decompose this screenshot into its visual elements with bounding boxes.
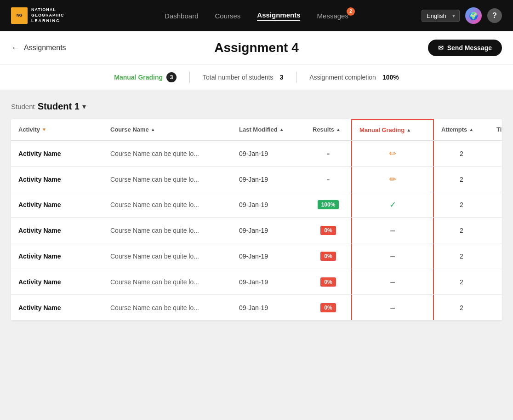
td-activity: Activity Name [11,218,103,243]
td-last-modified: 09-Jan-19 [232,192,305,217]
nav-courses[interactable]: Courses [215,12,240,20]
result-badge-green: 100% [318,200,339,209]
td-attempts: 2 [434,269,489,294]
logo: NG NATIONALGEOGRAPHICLEARNING [11,7,64,24]
envelope-icon: ✉ [438,44,444,52]
td-activity: Activity Name [11,192,103,217]
main-content: Student Student 1 ▾ Activity ▼ Course Na… [0,90,513,420]
total-students-stat: Total number of students 3 [190,74,296,81]
table-row: Activity Name Course Name can be quite l… [11,192,502,218]
td-attempts: 2 [434,243,489,269]
student-name: Student 1 [38,101,80,112]
result-badge-red: 0% [320,277,336,287]
logo-text: NATIONALGEOGRAPHICLEARNING [31,7,64,23]
manual-grading-stat[interactable]: Manual Grading 3 [101,72,189,82]
table-body: Activity Name Course Name can be quite l… [11,141,502,321]
td-course: Course Name can be quite lo... [103,167,232,192]
total-students-label: Total number of students [203,74,273,81]
td-attempts: 2 [434,218,489,243]
manual-dash: – [390,276,395,287]
student-prefix: Student [11,103,35,110]
table-row: Activity Name Course Name can be quite l… [11,243,502,269]
td-results: - [305,141,351,166]
result-badge-red: 0% [320,303,336,312]
sort-asc-icon: ▲ [279,127,284,132]
td-last-modified: 09-Jan-19 [232,295,305,320]
top-nav: NG NATIONALGEOGRAPHICLEARNING Dashboard … [0,0,513,31]
td-course: Course Name can be quite lo... [103,243,232,269]
student-selector: Student Student 1 ▾ [11,101,502,112]
td-time-spent: 1h 12m [489,295,502,320]
td-time-spent: 1h 12m [489,243,502,269]
result-dash: - [327,174,330,184]
manual-grading-badge: 3 [166,72,177,82]
td-attempts: 2 [434,192,489,217]
td-manual-grading: ✏ [351,141,434,166]
messages-badge: 2 [347,7,355,16]
td-manual-grading: ✏ [351,167,434,192]
td-time-spent: 1h 12m [489,192,502,217]
th-last-modified[interactable]: Last Modified ▲ [232,119,305,140]
table-row: Activity Name Course Name can be quite l… [11,269,502,295]
result-dash: - [327,148,330,159]
td-course: Course Name can be quite lo... [103,141,232,166]
td-course: Course Name can be quite lo... [103,218,232,243]
td-results: 0% [305,243,351,269]
td-results: - [305,167,351,192]
nav-messages[interactable]: Messages 2 [317,12,348,20]
stats-bar: Manual Grading 3 Total number of student… [0,64,513,90]
table-row: Activity Name Course Name can be quite l… [11,295,502,321]
td-attempts: 2 [434,167,489,192]
td-course: Course Name can be quite lo... [103,295,232,320]
manual-dash: – [390,251,395,261]
avatar[interactable]: 🌍 [465,7,482,24]
completion-value: 100% [382,74,399,81]
td-activity: Activity Name [11,243,103,269]
table-header: Activity ▼ Course Name ▲ Last Modified ▲… [11,119,502,141]
result-badge-red: 0% [320,252,336,261]
help-button[interactable]: ? [487,8,502,23]
send-message-button[interactable]: ✉ Send Message [428,40,502,56]
nav-assignments[interactable]: Assignments [257,11,300,21]
td-activity: Activity Name [11,269,103,294]
edit-icon[interactable]: ✏ [389,149,396,159]
th-time-spent[interactable]: Time Spent ▲ [489,119,502,140]
manual-dash: – [390,225,395,236]
completion-stat: Assignment completion 100% [296,74,412,81]
td-course: Course Name can be quite lo... [103,269,232,294]
page-header: ← Assignments Assignment 4 ✉ Send Messag… [0,31,513,64]
back-arrow-icon: ← [11,42,20,53]
filter-icon: ▼ [42,127,46,132]
table-row: Activity Name Course Name can be quite l… [11,141,502,167]
td-time-spent: 1h 12m [489,269,502,294]
back-link[interactable]: ← Assignments [11,42,66,53]
td-last-modified: 09-Jan-19 [232,141,305,166]
td-last-modified: 09-Jan-19 [232,269,305,294]
table-row: Activity Name Course Name can be quite l… [11,167,502,192]
th-activity[interactable]: Activity ▼ [11,119,103,140]
td-manual-grading: ✓ [351,192,434,217]
edit-icon[interactable]: ✏ [389,174,396,184]
td-manual-grading: – [351,243,434,269]
nav-links: Dashboard Courses Assignments Messages 2 [165,11,348,21]
manual-grading-label: Manual Grading [114,74,163,81]
td-activity: Activity Name [11,141,103,166]
td-activity: Activity Name [11,295,103,320]
th-results[interactable]: Results ▲ [305,119,351,140]
th-manual-grading[interactable]: Manual Grading ▲ [351,119,434,140]
back-label: Assignments [24,44,66,52]
td-results: 100% [305,192,351,217]
language-select[interactable]: English [422,10,460,22]
th-attempts[interactable]: Attempts ▲ [434,119,489,140]
nav-dashboard[interactable]: Dashboard [165,12,198,20]
table-row: Activity Name Course Name can be quite l… [11,218,502,243]
td-time-spent: 1h 12m [489,218,502,243]
page-title: Assignment 4 [214,40,299,55]
student-dropdown-icon[interactable]: ▾ [82,102,86,111]
language-selector-wrapper: English ▼ [422,10,460,22]
td-attempts: 2 [434,141,489,166]
td-time-spent: 1h 12m [489,141,502,166]
td-last-modified: 09-Jan-19 [232,243,305,269]
td-last-modified: 09-Jan-19 [232,218,305,243]
th-course[interactable]: Course Name ▲ [103,119,232,140]
